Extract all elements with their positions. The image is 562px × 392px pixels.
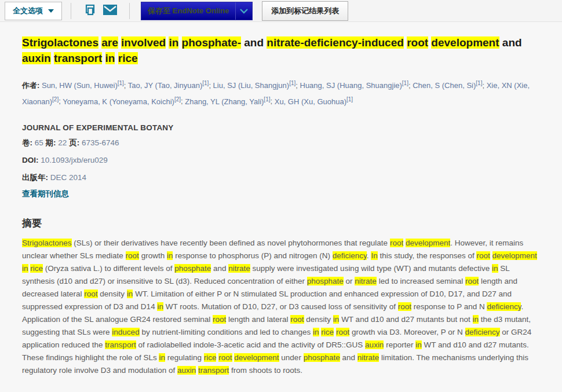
title-word-highlighted: development (431, 36, 499, 49)
title-word-highlighted: phosphate- (182, 36, 241, 49)
author-link[interactable]: Tao, JY (Tao, Jinyuan)[1] (128, 81, 209, 90)
abstract-segment: led to increased seminal (377, 277, 465, 285)
pubyear-line: 出版年: DEC 2014 (22, 171, 543, 184)
abstract-segment: response to phosphorus (P) and nitrogen … (173, 251, 332, 260)
title-word-highlighted: transport (54, 52, 102, 64)
pages-label: 页: (69, 138, 79, 147)
title-word-highlighted: in (105, 52, 115, 64)
abstract-segment-highlighted: development (492, 251, 537, 260)
abstract-segment: regulating (165, 353, 204, 362)
abstract-segment-highlighted: in (415, 340, 422, 349)
abstract-segment: this study, the responses of (378, 251, 477, 260)
abstract-segment-highlighted: development (234, 353, 279, 362)
abstract-segment-highlighted: root (336, 328, 349, 336)
title-word: and (244, 36, 264, 49)
abstract-segment-highlighted: deficiency (333, 251, 367, 260)
author-link[interactable]: Huang, SJ (Huang, Shuangjie)[1] (300, 81, 408, 90)
source-block: JOURNAL OF EXPERIMENTAL BOTANY 卷: 65 期: … (22, 123, 543, 199)
author-separator: ; (482, 81, 486, 90)
abstract-segment: from shoots to roots. (229, 366, 302, 375)
abstract-segment: density (98, 290, 127, 298)
abstract-segment-highlighted: in (473, 315, 479, 324)
abstract-segment: supply were investigated using wild type… (250, 264, 492, 273)
toolbar-divider (129, 3, 130, 19)
title-word: and (502, 36, 522, 49)
title-word-highlighted: in (169, 36, 178, 49)
title-word-highlighted: auxin (22, 52, 51, 64)
volume-label: 卷: (22, 138, 32, 147)
journal-name: JOURNAL OF EXPERIMENTAL BOTANY (22, 123, 543, 132)
abstract-segment-highlighted: root (290, 315, 304, 324)
title-word-highlighted: rice (118, 52, 138, 64)
abstract-segment-highlighted: Strigolactones (22, 239, 72, 247)
email-button[interactable] (100, 5, 121, 17)
author-link[interactable]: Zhang, YL (Zhang, Yali)[1] (185, 97, 270, 106)
save-to-endnote-button[interactable]: 保存至 EndNote Online (141, 2, 253, 20)
abstract-segment-highlighted: root (84, 290, 97, 298)
abstract-heading: 摘要 (22, 217, 543, 230)
author-affiliation-sup: [1] (402, 80, 408, 86)
abstract-segment-highlighted: root (390, 239, 403, 247)
author-link[interactable]: Chen, S (Chen, Si)[1] (413, 81, 482, 90)
abstract-segment: density (304, 315, 333, 324)
author-link[interactable]: Xu, GH (Xu, Guohua)[1] (275, 97, 353, 106)
author-separator: ; (209, 81, 213, 90)
abstract-segment-highlighted: nitrate (228, 264, 250, 273)
authors-list: Sun, HW (Sun, Huwei)[1]; Tao, JY (Tao, J… (22, 81, 530, 105)
email-icon (103, 5, 117, 17)
title-word-highlighted: Strigolactones (22, 36, 98, 49)
abstract-segment: WT roots. Mutation of D10, D27, or D3 ca… (163, 302, 398, 311)
abstract-segment-highlighted: phosphate (307, 277, 344, 285)
printer-icon (83, 3, 96, 18)
abstract-segment: and (211, 264, 228, 273)
abstract-segment-highlighted: root (476, 251, 490, 260)
abstract-segment-highlighted: in (127, 290, 133, 298)
abstract-segment-highlighted: in (167, 251, 173, 260)
abstract-segment: or (344, 277, 355, 285)
title-word-highlighted: root (407, 36, 428, 49)
author-link[interactable]: Yoneyama, K (Yoneyama, Koichi)[2] (63, 97, 181, 106)
abstract-segment-highlighted: in (22, 264, 28, 273)
endnote-dropdown-arrow[interactable] (235, 2, 252, 20)
caret-down-icon (48, 9, 54, 13)
abstract-segment-highlighted: deficiency (465, 328, 500, 336)
authors-line: 作者: Sun, HW (Sun, Huwei)[1]; Tao, JY (Ta… (22, 76, 543, 108)
pubyear-value: DEC 2014 (50, 173, 86, 182)
print-button[interactable] (80, 3, 100, 18)
abstract-segment-highlighted: in (157, 302, 163, 311)
abstract-segment-highlighted: transport (198, 366, 229, 375)
doi-line: DOI: 10.1093/jxb/eru029 (22, 154, 543, 167)
abstract-segment-highlighted: deficiency (487, 302, 521, 311)
fulltext-options-button[interactable]: 全文选项 (5, 2, 62, 20)
abstract-segment-highlighted: in (313, 328, 319, 336)
author-affiliation-sup: [2] (174, 96, 181, 102)
author-link[interactable]: Sun, HW (Sun, Huwei)[1] (42, 81, 124, 90)
authors-label: 作者: (22, 81, 39, 90)
abstract-segment: under (279, 353, 304, 362)
abstract-segment: by nutrient-limiting conditions and led … (140, 328, 313, 336)
abstract-segment: reporter (384, 340, 415, 349)
abstract-text: Strigolactones (SLs) or their derivative… (22, 237, 543, 377)
abstract-segment-highlighted: In (371, 251, 377, 260)
abstract-segment-highlighted: transport (105, 340, 136, 349)
author-affiliation-sup: [1] (289, 80, 295, 86)
abstract-segment-highlighted: rice (30, 264, 43, 273)
author-separator: ; (270, 97, 274, 106)
author-separator: ; (295, 81, 300, 90)
abstract-segment-highlighted: in (159, 353, 165, 362)
abstract-segment-highlighted: root (126, 251, 139, 260)
abstract-segment-highlighted: rice (204, 353, 217, 362)
toolbar-divider (71, 3, 71, 19)
abstract-segment: length and lateral (226, 315, 290, 324)
abstract-segment-highlighted: in (492, 264, 498, 273)
doi-value: 10.1093/jxb/eru029 (41, 156, 108, 164)
title-word-highlighted: involved (121, 36, 166, 49)
add-to-marked-list-button[interactable]: 添加到标记结果列表 (262, 1, 348, 21)
abstract-segment-highlighted: nitrate (357, 353, 379, 362)
author-affiliation-sup: [1] (346, 96, 353, 102)
abstract-segment-highlighted: root (398, 302, 411, 311)
abstract-segment-highlighted: rice (321, 328, 334, 336)
view-journal-info-link[interactable]: 查看期刊信息 (22, 189, 69, 199)
author-affiliation-sup: [2] (52, 96, 59, 102)
author-link[interactable]: Liu, SJ (Liu, Shangjun)[1] (213, 81, 296, 90)
